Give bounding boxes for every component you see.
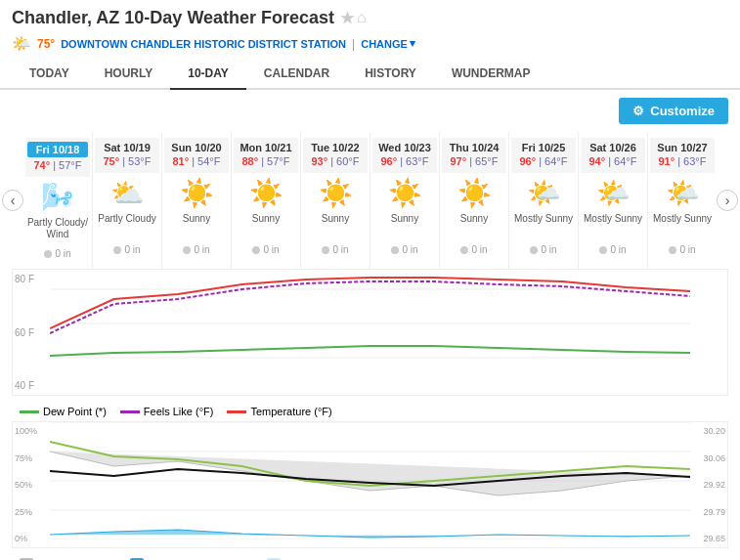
day-header: Fri 10/25 96° | 64°F [511,138,576,173]
temp-low: | 63°F [677,155,706,167]
forecast-day-4[interactable]: Tue 10/22 93° | 60°F ☀️ Sunny 0 in [301,132,370,269]
tab-today[interactable]: TODAY [12,59,87,90]
next-arrow[interactable]: › [717,190,738,211]
tab-10day[interactable]: 10-DAY [170,59,246,90]
precip-dot [322,246,329,254]
precip-amount: 0 in [194,244,209,255]
precip-row: 0 in [303,240,368,259]
page-title: Chandler, AZ 10-Day Weather Forecast ★ ⌂ [12,8,367,28]
day-date: Fri 10/25 [513,142,574,153]
temp-high: 75° [104,155,120,167]
weather-icon: ☀️ [303,177,368,209]
weather-desc: Mostly Sunny [581,213,645,240]
temp-chart-inner [50,270,690,377]
tab-wundermap[interactable]: WUNDERMAP [434,59,548,90]
forecast-day-5[interactable]: Wed 10/23 96° | 63°F ☀️ Sunny 0 in [370,132,440,269]
forecast-days: Fri 10/18 74° | 57°F 🌬️ Partly Cloudy/ W… [23,132,717,269]
chevron-down-icon: ▾ [410,37,415,50]
day-header: Mon 10/21 88° | 57°F [234,138,298,173]
star-1[interactable]: ★ [340,9,354,27]
forecast-day-0[interactable]: Fri 10/18 74° | 57°F 🌬️ Partly Cloudy/ W… [23,132,93,269]
precip-dot [44,250,52,258]
day-header: Fri 10/18 74° | 57°F [25,138,90,177]
precip-chart-section: 100% 75% 50% 25% 0% 30.20 30.06 29.92 29… [12,421,728,560]
temp-high: 88° [242,155,259,167]
temp-chart-legend: Dew Point (*) Feels Like (°F) Temperatur… [12,402,728,421]
precip-row: 0 in [164,240,229,259]
precip-amount: 0 in [402,244,417,255]
precip-amount: 0 in [679,244,695,255]
forecast-day-7[interactable]: Fri 10/25 96° | 64°F 🌤️ Mostly Sunny 0 i… [509,132,579,269]
day-temps: 97° | 65°F [444,155,504,167]
station-name: DOWNTOWN CHANDLER HISTORIC DISTRICT STAT… [61,38,346,50]
tab-hourly[interactable]: HOURLY [87,59,171,90]
precip-dot [183,246,191,254]
temperature-chart-section: 80 F 60 F 40 F [12,269,728,421]
forecast-day-2[interactable]: Sun 10/20 81° | 54°F ☀️ Sunny 0 in [162,132,232,269]
forecast-day-9[interactable]: Sun 10/27 91° | 63°F 🌤️ Mostly Sunny 0 i… [648,132,717,269]
customize-button[interactable]: ⚙ Customize [619,98,728,124]
forecast-day-3[interactable]: Mon 10/21 88° | 57°F ☀️ Sunny 0 in [232,132,301,269]
station-temp: 75° [37,37,55,51]
temp-y-labels: 80 F 60 F 40 F [13,270,48,395]
forecast-day-6[interactable]: Thu 10/24 97° | 65°F ☀️ Sunny 0 in [440,132,509,269]
temperature-color [227,410,246,413]
weather-desc: Sunny [303,213,368,240]
weather-desc: Sunny [442,213,506,240]
precip-dot [599,246,607,254]
day-date: Sun 10/20 [166,142,227,153]
temp-low: | 54°F [192,155,220,167]
temp-low: | 65°F [469,155,498,167]
tab-history[interactable]: HISTORY [347,59,434,90]
precip-dot [252,246,260,254]
day-temps: 74° | 57°F [27,159,88,171]
weather-icon: ☀️ [442,177,506,209]
weather-icon: 🌬️ [25,181,90,213]
precip-amount: 0 in [332,244,348,255]
temp-high: 97° [451,155,467,167]
precip-chart-legend: Cloud Cover (%) Chance of Precip. (%) Ch… [12,554,728,560]
temp-chart-svg [50,270,690,377]
temp-low: | 64°F [539,155,567,167]
day-header: Sat 10/19 75° | 53°F [95,138,159,173]
temp-low: | 53°F [122,155,151,167]
day-header: Wed 10/23 96° | 63°F [372,138,437,173]
weather-icon: 🌤️ [581,177,645,209]
customize-bar: ⚙ Customize [0,90,740,132]
precip-row: 0 in [234,240,298,259]
day-date: Sat 10/26 [583,142,643,153]
weather-desc: Sunny [164,213,229,240]
weather-desc: Partly Cloudy [95,213,159,240]
change-button[interactable]: CHANGE ▾ [361,37,415,50]
day-date: Mon 10/21 [236,142,296,153]
precip-row: 0 in [25,244,90,263]
day-header: Tue 10/22 93° | 60°F [303,138,368,173]
day-date: Thu 10/24 [444,142,504,153]
day-temps: 94° | 64°F [583,155,643,167]
tab-calendar[interactable]: CALENDAR [246,59,347,90]
precip-row: 0 in [511,240,576,259]
weather-icon: 🌤️ [650,177,715,209]
prev-arrow[interactable]: ‹ [2,190,23,211]
day-date: Fri 10/18 [27,142,88,157]
precip-amount: 0 in [471,244,487,255]
temp-high: 96° [520,155,537,167]
temp-low: | 57°F [53,159,81,171]
forecast-day-8[interactable]: Sat 10/26 94° | 64°F 🌤️ Mostly Sunny 0 i… [579,132,648,269]
temp-low: | 64°F [608,155,636,167]
weather-desc: Sunny [372,213,437,240]
weather-desc: Mostly Sunny [511,213,576,240]
forecast-day-1[interactable]: Sat 10/19 75° | 53°F ⛅ Partly Cloudy 0 i… [93,132,162,269]
day-date: Sat 10/19 [97,142,157,153]
precip-row: 0 in [650,240,715,259]
legend-dewpoint: Dew Point (*) [20,406,107,417]
precip-dot [113,246,121,254]
precip-chart-inner [50,422,690,539]
weather-icon: ☀️ [164,177,229,209]
star-2[interactable]: ⌂ [357,9,367,27]
weather-icon: ⛅ [95,177,159,209]
weather-desc: Mostly Sunny [650,213,715,240]
precip-row: 0 in [581,240,645,259]
station-bar: 🌤️ 75° DOWNTOWN CHANDLER HISTORIC DISTRI… [0,32,740,59]
temp-high: 74° [34,159,51,171]
